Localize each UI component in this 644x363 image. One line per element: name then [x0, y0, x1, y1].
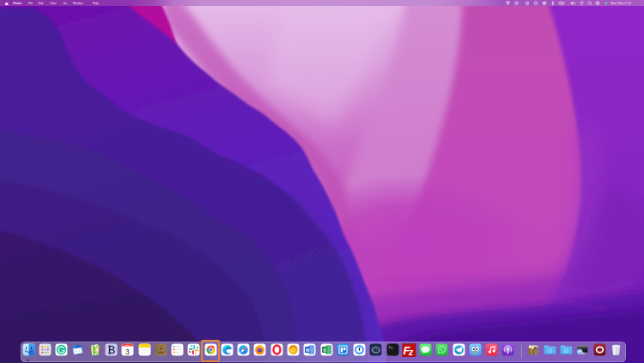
svg-text:NOV: NOV [125, 344, 130, 346]
svg-text:3: 3 [125, 348, 130, 356]
svg-text:z: z [408, 348, 413, 357]
svg-text:W: W [306, 348, 310, 353]
svg-text:K: K [323, 348, 326, 353]
